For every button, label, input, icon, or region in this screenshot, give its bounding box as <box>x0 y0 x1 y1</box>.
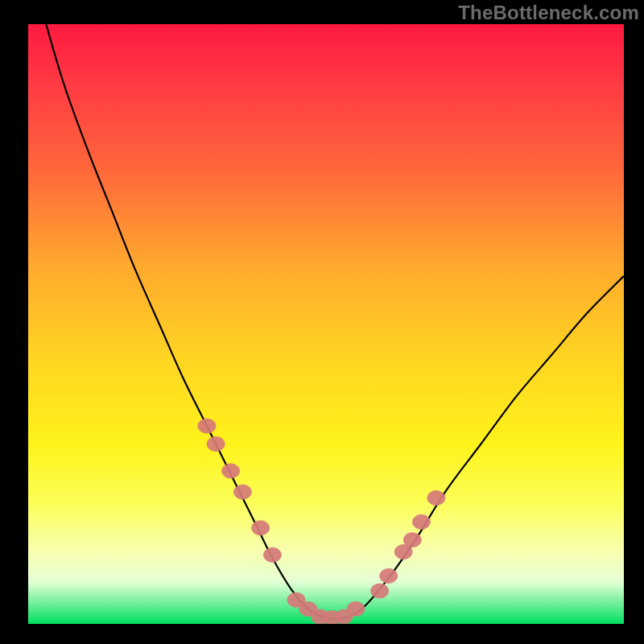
chart-frame: TheBottleneck.com <box>0 0 644 644</box>
highlight-marker <box>263 547 281 562</box>
highlight-marker <box>207 437 225 452</box>
highlight-marker <box>412 514 430 529</box>
marker-group <box>198 419 445 624</box>
highlight-marker <box>233 485 251 499</box>
highlight-marker <box>198 419 216 433</box>
highlight-marker <box>252 521 270 535</box>
highlight-marker <box>427 491 445 506</box>
highlight-marker <box>371 584 389 598</box>
highlight-marker <box>347 601 365 616</box>
plot-svg <box>28 24 624 624</box>
highlight-marker <box>222 464 240 478</box>
highlight-marker <box>403 533 421 547</box>
watermark-text: TheBottleneck.com <box>458 2 639 24</box>
highlight-marker <box>380 568 398 583</box>
bottleneck-curve <box>46 24 624 619</box>
plot-area <box>28 24 624 624</box>
